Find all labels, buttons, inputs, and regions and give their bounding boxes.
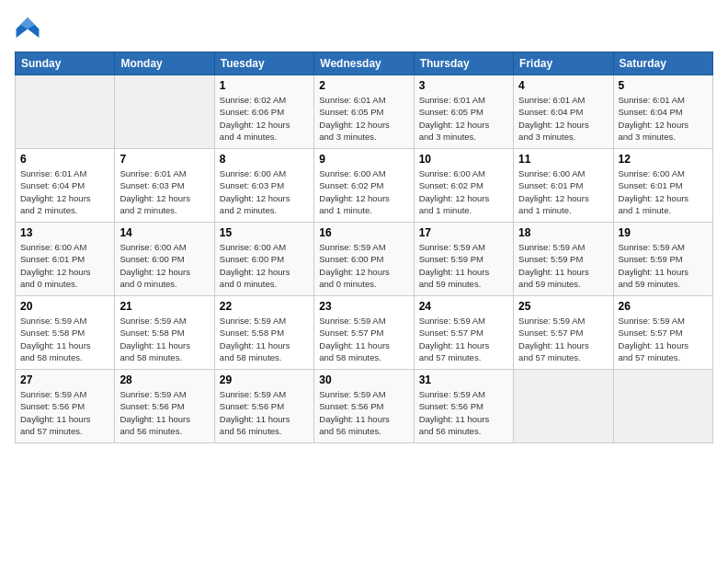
- day-number: 14: [119, 226, 209, 239]
- day-info: Sunrise: 6:00 AM Sunset: 6:02 PM Dayligh…: [419, 167, 508, 216]
- calendar-week-row: 6Sunrise: 6:01 AM Sunset: 6:04 PM Daylig…: [16, 149, 713, 223]
- day-number: 6: [20, 153, 109, 166]
- calendar-header: SundayMondayTuesdayWednesdayThursdayFrid…: [16, 52, 713, 75]
- calendar-cell: 18Sunrise: 5:59 AM Sunset: 5:59 PM Dayli…: [514, 223, 613, 296]
- day-number: 1: [220, 79, 309, 92]
- day-info: Sunrise: 6:01 AM Sunset: 6:04 PM Dayligh…: [518, 94, 608, 143]
- calendar-cell: 11Sunrise: 6:00 AM Sunset: 6:01 PM Dayli…: [514, 149, 613, 223]
- day-number: 31: [419, 373, 508, 386]
- day-number: 2: [319, 79, 408, 92]
- day-number: 19: [619, 226, 708, 239]
- calendar-week-row: 13Sunrise: 6:00 AM Sunset: 6:01 PM Dayli…: [16, 223, 713, 296]
- day-number: 4: [518, 79, 608, 92]
- day-number: 20: [20, 300, 109, 313]
- day-info: Sunrise: 6:01 AM Sunset: 6:05 PM Dayligh…: [319, 94, 408, 143]
- calendar-cell: [514, 370, 613, 443]
- calendar-cell: 29Sunrise: 5:59 AM Sunset: 5:56 PM Dayli…: [214, 370, 313, 443]
- day-info: Sunrise: 5:59 AM Sunset: 5:57 PM Dayligh…: [419, 315, 508, 363]
- calendar-cell: 26Sunrise: 5:59 AM Sunset: 5:57 PM Dayli…: [613, 296, 712, 370]
- day-info: Sunrise: 6:01 AM Sunset: 6:04 PM Dayligh…: [20, 167, 109, 216]
- day-number: 16: [319, 226, 408, 239]
- day-number: 3: [419, 79, 508, 92]
- day-info: Sunrise: 6:02 AM Sunset: 6:06 PM Dayligh…: [220, 94, 309, 143]
- day-number: 11: [518, 153, 608, 166]
- day-number: 25: [518, 300, 608, 313]
- day-number: 7: [119, 153, 209, 166]
- day-number: 23: [319, 300, 408, 313]
- calendar-cell: 5Sunrise: 6:01 AM Sunset: 6:04 PM Daylig…: [613, 75, 712, 149]
- weekday-header: Saturday: [613, 52, 712, 75]
- weekday-header: Tuesday: [214, 52, 313, 75]
- day-info: Sunrise: 6:00 AM Sunset: 6:03 PM Dayligh…: [220, 167, 309, 216]
- day-info: Sunrise: 5:59 AM Sunset: 5:59 PM Dayligh…: [518, 241, 608, 290]
- calendar-cell: 23Sunrise: 5:59 AM Sunset: 5:57 PM Dayli…: [314, 296, 414, 370]
- day-number: 10: [419, 153, 508, 166]
- day-number: 18: [518, 226, 608, 239]
- weekday-header: Sunday: [16, 52, 115, 75]
- calendar-cell: 9Sunrise: 6:00 AM Sunset: 6:02 PM Daylig…: [314, 149, 414, 223]
- day-number: 17: [419, 226, 508, 239]
- calendar-cell: 8Sunrise: 6:00 AM Sunset: 6:03 PM Daylig…: [214, 149, 313, 223]
- logo-icon: [15, 15, 40, 40]
- weekday-header: Wednesday: [314, 52, 414, 75]
- day-number: 24: [419, 300, 508, 313]
- weekday-header: Monday: [115, 52, 214, 75]
- calendar-week-row: 20Sunrise: 5:59 AM Sunset: 5:58 PM Dayli…: [16, 296, 713, 370]
- calendar-table: SundayMondayTuesdayWednesdayThursdayFrid…: [15, 52, 713, 443]
- calendar-cell: 13Sunrise: 6:00 AM Sunset: 6:01 PM Dayli…: [16, 223, 115, 296]
- calendar-cell: 3Sunrise: 6:01 AM Sunset: 6:05 PM Daylig…: [414, 75, 513, 149]
- calendar-cell: 1Sunrise: 6:02 AM Sunset: 6:06 PM Daylig…: [214, 75, 313, 149]
- calendar-cell: 15Sunrise: 6:00 AM Sunset: 6:00 PM Dayli…: [214, 223, 313, 296]
- calendar-cell: 7Sunrise: 6:01 AM Sunset: 6:03 PM Daylig…: [115, 149, 214, 223]
- weekday-header: Friday: [514, 52, 613, 75]
- calendar-cell: 20Sunrise: 5:59 AM Sunset: 5:58 PM Dayli…: [16, 296, 115, 370]
- calendar-body: 1Sunrise: 6:02 AM Sunset: 6:06 PM Daylig…: [16, 75, 713, 443]
- day-info: Sunrise: 5:59 AM Sunset: 5:57 PM Dayligh…: [518, 315, 608, 363]
- day-number: 29: [220, 373, 309, 386]
- day-info: Sunrise: 6:00 AM Sunset: 6:01 PM Dayligh…: [518, 167, 608, 216]
- calendar-cell: 21Sunrise: 5:59 AM Sunset: 5:58 PM Dayli…: [115, 296, 214, 370]
- weekday-row: SundayMondayTuesdayWednesdayThursdayFrid…: [16, 52, 713, 75]
- calendar-cell: 6Sunrise: 6:01 AM Sunset: 6:04 PM Daylig…: [16, 149, 115, 223]
- day-info: Sunrise: 5:59 AM Sunset: 5:57 PM Dayligh…: [619, 315, 708, 363]
- calendar-week-row: 27Sunrise: 5:59 AM Sunset: 5:56 PM Dayli…: [16, 370, 713, 443]
- day-info: Sunrise: 6:01 AM Sunset: 6:04 PM Dayligh…: [619, 94, 708, 143]
- day-number: 21: [119, 300, 209, 313]
- day-info: Sunrise: 6:00 AM Sunset: 6:02 PM Dayligh…: [319, 167, 408, 216]
- day-info: Sunrise: 5:59 AM Sunset: 5:56 PM Dayligh…: [319, 388, 408, 437]
- day-info: Sunrise: 6:01 AM Sunset: 6:05 PM Dayligh…: [419, 94, 508, 143]
- day-info: Sunrise: 5:59 AM Sunset: 5:56 PM Dayligh…: [220, 388, 309, 437]
- day-info: Sunrise: 5:59 AM Sunset: 5:57 PM Dayligh…: [319, 315, 408, 363]
- day-number: 27: [20, 373, 109, 386]
- calendar-cell: [613, 370, 712, 443]
- day-info: Sunrise: 5:59 AM Sunset: 6:00 PM Dayligh…: [319, 241, 408, 290]
- day-number: 13: [20, 226, 109, 239]
- calendar-cell: 12Sunrise: 6:00 AM Sunset: 6:01 PM Dayli…: [613, 149, 712, 223]
- logo: [15, 15, 44, 40]
- calendar-cell: 27Sunrise: 5:59 AM Sunset: 5:56 PM Dayli…: [16, 370, 115, 443]
- day-info: Sunrise: 5:59 AM Sunset: 5:59 PM Dayligh…: [619, 241, 708, 290]
- day-number: 30: [319, 373, 408, 386]
- calendar-week-row: 1Sunrise: 6:02 AM Sunset: 6:06 PM Daylig…: [16, 75, 713, 149]
- day-info: Sunrise: 5:59 AM Sunset: 5:59 PM Dayligh…: [419, 241, 508, 290]
- calendar-cell: 16Sunrise: 5:59 AM Sunset: 6:00 PM Dayli…: [314, 223, 414, 296]
- calendar-cell: 25Sunrise: 5:59 AM Sunset: 5:57 PM Dayli…: [514, 296, 613, 370]
- day-number: 22: [220, 300, 309, 313]
- day-number: 5: [619, 79, 708, 92]
- day-number: 12: [619, 153, 708, 166]
- calendar-cell: 14Sunrise: 6:00 AM Sunset: 6:00 PM Dayli…: [115, 223, 214, 296]
- calendar-cell: 24Sunrise: 5:59 AM Sunset: 5:57 PM Dayli…: [414, 296, 513, 370]
- day-info: Sunrise: 6:00 AM Sunset: 6:00 PM Dayligh…: [220, 241, 309, 290]
- weekday-header: Thursday: [414, 52, 513, 75]
- day-number: 28: [119, 373, 209, 386]
- day-info: Sunrise: 5:59 AM Sunset: 5:56 PM Dayligh…: [119, 388, 209, 437]
- day-number: 8: [220, 153, 309, 166]
- day-number: 9: [319, 153, 408, 166]
- day-number: 26: [619, 300, 708, 313]
- calendar-cell: 10Sunrise: 6:00 AM Sunset: 6:02 PM Dayli…: [414, 149, 513, 223]
- day-info: Sunrise: 5:59 AM Sunset: 5:58 PM Dayligh…: [220, 315, 309, 363]
- calendar-cell: 17Sunrise: 5:59 AM Sunset: 5:59 PM Dayli…: [414, 223, 513, 296]
- calendar-cell: 4Sunrise: 6:01 AM Sunset: 6:04 PM Daylig…: [514, 75, 613, 149]
- calendar-cell: 28Sunrise: 5:59 AM Sunset: 5:56 PM Dayli…: [115, 370, 214, 443]
- day-info: Sunrise: 6:01 AM Sunset: 6:03 PM Dayligh…: [119, 167, 209, 216]
